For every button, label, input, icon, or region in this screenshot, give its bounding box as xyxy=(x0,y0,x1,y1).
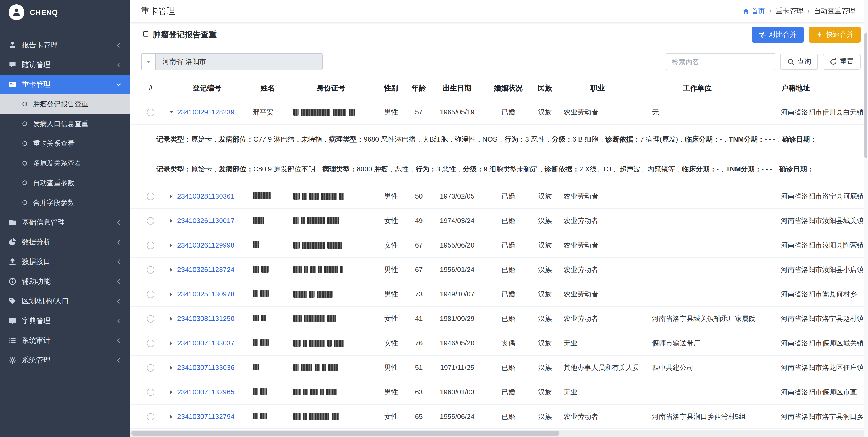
cell-registration: 234103281130361 xyxy=(165,192,249,200)
row-radio[interactable] xyxy=(147,109,154,116)
cell-age: 76 xyxy=(407,339,431,347)
caret-right-icon[interactable] xyxy=(169,243,174,248)
detail-label: 行为： xyxy=(416,164,436,174)
quick-merge-label: 快速合并 xyxy=(826,30,854,39)
registration-number-link[interactable]: 234103071133037 xyxy=(177,339,235,347)
search-input[interactable] xyxy=(666,53,775,70)
registration-number-link[interactable]: 234103261129998 xyxy=(177,241,235,249)
caret-right-icon[interactable] xyxy=(169,267,174,272)
caret-right-icon[interactable] xyxy=(169,316,174,321)
horizontal-scrollbar-thumb[interactable] xyxy=(131,431,559,436)
caret-right-icon[interactable] xyxy=(169,291,174,297)
registration-number-link[interactable]: 234103081131250 xyxy=(177,315,235,322)
sidebar-item-2[interactable]: 重卡管理 xyxy=(0,74,130,94)
sidebar-item-4[interactable]: 数据分析 xyxy=(0,232,130,252)
cell-name xyxy=(249,216,287,225)
table-row: 234103261130017女性491974/03/24已婚汉族农业劳动者-河… xyxy=(130,209,868,233)
sidebar-subitem-3[interactable]: 多原发关系查看 xyxy=(0,153,130,173)
sidebar-subitem-4[interactable]: 自动查重参数 xyxy=(0,173,130,193)
cell-ethnicity: 汉族 xyxy=(533,314,557,323)
row-radio[interactable] xyxy=(147,242,154,249)
sidebar-item-7[interactable]: 区划/机构/人口 xyxy=(0,291,130,311)
cell-occupation: 农业劳动者 xyxy=(557,412,638,421)
row-radio[interactable] xyxy=(147,193,154,200)
sidebar-item-label: 数据接口 xyxy=(22,257,116,267)
row-radio[interactable] xyxy=(147,364,154,372)
breadcrumb-separator: / xyxy=(808,7,809,15)
registration-number-link[interactable]: 234103261130017 xyxy=(177,217,235,225)
cell-age: 51 xyxy=(407,364,431,372)
region-select[interactable]: 河南省-洛阳市 xyxy=(141,53,322,70)
caret-right-icon[interactable] xyxy=(169,340,174,346)
redacted-id xyxy=(293,108,355,116)
row-radio[interactable] xyxy=(147,340,154,347)
sidebar-item-label: 重卡管理 xyxy=(22,80,116,89)
caret-down-icon[interactable] xyxy=(169,110,174,115)
caret-right-icon[interactable] xyxy=(169,365,174,370)
sidebar-item-10[interactable]: 系统管理 xyxy=(0,350,130,370)
cell-occupation: 农业劳动者 xyxy=(557,240,638,250)
quick-merge-button[interactable]: 快速合并 xyxy=(809,27,861,42)
registration-number-link[interactable]: 234103071132794 xyxy=(177,412,235,420)
row-radio[interactable] xyxy=(147,315,154,323)
cell-marital: 已婚 xyxy=(484,240,533,250)
registration-number-link[interactable]: 234103291128239 xyxy=(177,108,235,116)
registration-number-link[interactable]: 234103071133036 xyxy=(177,364,235,372)
redact-block xyxy=(260,412,267,419)
redacted-id xyxy=(293,364,338,371)
sidebar-item-3[interactable]: 基础信息管理 xyxy=(0,212,130,232)
cell-dob: 1974/03/24 xyxy=(431,217,484,225)
caret-right-icon[interactable] xyxy=(169,389,174,395)
circle-icon xyxy=(21,179,28,186)
registration-number-link[interactable]: 234103251130978 xyxy=(177,290,235,298)
redact-block xyxy=(301,217,305,224)
redacted-id xyxy=(293,291,333,298)
column-header: 身份证号 xyxy=(287,83,375,93)
cell-age: 73 xyxy=(407,290,431,298)
records-table: #登记编号姓名身份证号性别年龄出生日期婚姻状况民族职业工作单位户籍地址 2341… xyxy=(130,76,868,430)
cell-dob: 1971/11/25 xyxy=(431,364,484,372)
horizontal-scrollbar[interactable] xyxy=(130,430,868,437)
cell-age: 65 xyxy=(407,412,431,420)
table-row: 234103071132794女性651955/06/24已婚汉族农业劳动者河南… xyxy=(130,405,868,429)
redact-block xyxy=(293,315,302,322)
cell-dob: 1949/10/07 xyxy=(431,290,484,298)
sidebar-subitem-0[interactable]: 肿瘤登记报告查重 xyxy=(0,94,130,114)
registration-number-link[interactable]: 234103261128724 xyxy=(177,266,235,274)
sidebar-subitem-1[interactable]: 发病人口信息查重 xyxy=(0,114,130,134)
cell-name xyxy=(249,363,287,372)
sidebar-item-5[interactable]: 数据接口 xyxy=(0,252,130,272)
caret-right-icon[interactable] xyxy=(169,218,174,223)
caret-right-icon[interactable] xyxy=(169,193,174,199)
content: 重卡管理 首页/重卡管理/自动查重管理 肿瘤登记报告查重 对比合并 快速合并 xyxy=(130,0,868,437)
sidebar-item-8[interactable]: 字典管理 xyxy=(0,311,130,331)
cell-employer: 河南省洛宁县城关镇轴承厂家属院 xyxy=(638,314,756,323)
row-radio[interactable] xyxy=(147,267,154,274)
sidebar-item-9[interactable]: 系统审计 xyxy=(0,331,130,350)
redact-block xyxy=(309,291,314,298)
row-radio[interactable] xyxy=(147,291,154,298)
sidebar-item-6[interactable]: 辅助功能 xyxy=(0,272,130,291)
breadcrumb-item-0[interactable]: 首页 xyxy=(742,6,765,16)
row-radio[interactable] xyxy=(147,389,154,396)
row-radio[interactable] xyxy=(147,217,154,225)
breadcrumb-item-1[interactable]: 重卡管理 xyxy=(776,6,803,16)
query-button[interactable]: 查询 xyxy=(780,54,818,70)
row-radio[interactable] xyxy=(147,413,154,421)
redact-block xyxy=(293,242,300,249)
redact-block xyxy=(303,413,307,420)
sidebar-item-0[interactable]: 报告卡管理 xyxy=(0,35,130,55)
sidebar-item-1[interactable]: 随访管理 xyxy=(0,55,130,74)
vertical-scrollbar-thumb[interactable] xyxy=(864,33,867,158)
vertical-scrollbar[interactable] xyxy=(864,0,868,437)
registration-number-link[interactable]: 234103071132965 xyxy=(177,388,235,396)
compare-merge-button[interactable]: 对比合并 xyxy=(752,27,804,42)
cell-registration: 234103261129998 xyxy=(165,241,249,249)
registration-number-link[interactable]: 234103281130361 xyxy=(177,192,235,200)
table-row: 234103291128239邢平安男性571965/05/19已婚汉族农业劳动… xyxy=(130,100,868,125)
sidebar-subitem-5[interactable]: 合并字段参数 xyxy=(0,193,130,212)
sidebar-subitem-2[interactable]: 重卡关系查看 xyxy=(0,134,130,153)
reset-button[interactable]: 重置 xyxy=(823,54,861,70)
cell-ethnicity: 汉族 xyxy=(533,387,557,397)
caret-right-icon[interactable] xyxy=(169,414,174,419)
